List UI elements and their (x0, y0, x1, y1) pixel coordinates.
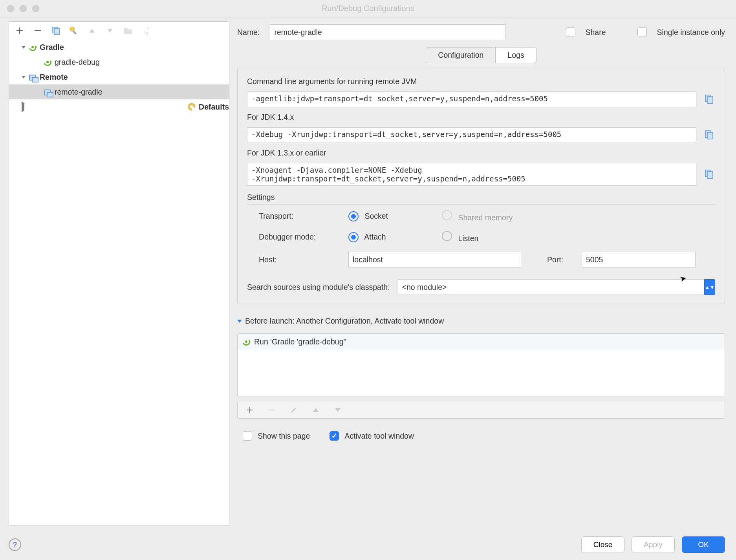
settings-block: Settings Transport: Socket Shared memory (247, 193, 715, 267)
close-window-icon[interactable] (7, 5, 14, 12)
chevron-down-icon (22, 46, 26, 49)
move-down-icon[interactable] (104, 25, 116, 37)
add-task-icon[interactable] (244, 404, 256, 416)
gradle-icon (43, 57, 52, 67)
host-label: Host: (259, 255, 345, 264)
copy-icon[interactable] (704, 94, 715, 105)
before-launch-header[interactable]: Before launch: Another Configuration, Ac… (237, 317, 725, 326)
edit-templates-icon[interactable] (68, 25, 80, 37)
remove-task-icon[interactable] (266, 404, 278, 416)
jdk13-value[interactable]: -Xnoagent -Djava.compiler=NONE -Xdebug -… (247, 163, 696, 186)
tree-node-remote-gradle[interactable]: remote-gradle (9, 84, 229, 99)
edit-task-icon[interactable] (288, 404, 300, 416)
single-instance-label: Single instance only (657, 28, 725, 37)
traffic-lights (7, 5, 39, 12)
share-label: Share (586, 28, 606, 37)
single-instance-checkbox[interactable] (637, 27, 647, 37)
add-configuration-icon[interactable] (14, 25, 26, 37)
mode-listen-label: Listen (458, 234, 478, 243)
chevron-down-icon (22, 76, 26, 79)
activate-tool-window-checkbox[interactable] (330, 431, 339, 441)
window-title: Run/Debug Configurations (0, 4, 736, 13)
chevron-right-icon (22, 101, 185, 112)
apply-button[interactable]: Apply (632, 536, 675, 553)
copy-icon[interactable] (704, 130, 715, 141)
mode-listen-radio[interactable] (442, 231, 452, 241)
right-panel: Name: Share Single instance only Configu… (234, 17, 736, 533)
host-input[interactable] (348, 252, 521, 267)
name-label: Name: (237, 28, 260, 37)
minimize-window-icon[interactable] (20, 5, 27, 12)
configuration-panel: Command line arguments for running remot… (237, 69, 725, 304)
jdk13-label: For JDK 1.3.x or earlier (247, 148, 715, 157)
tree-label: Remote (40, 73, 68, 82)
cmdline-value[interactable]: -agentlib:jdwp=transport=dt_socket,serve… (247, 92, 696, 107)
tab-configuration[interactable]: Configuration (426, 47, 496, 63)
transport-socket-label: Socket (364, 212, 388, 220)
remove-configuration-icon[interactable] (32, 25, 44, 37)
transport-socket-radio[interactable] (348, 211, 359, 221)
before-launch-toolbar (237, 402, 725, 419)
ok-button[interactable]: OK (682, 536, 725, 553)
close-button[interactable]: Close (581, 536, 624, 553)
mode-label: Debugger mode: (259, 232, 345, 242)
help-icon[interactable]: ? (9, 538, 21, 551)
wrench-icon (187, 102, 196, 112)
show-this-page-label: Show this page (258, 432, 310, 441)
jdk14-label: For JDK 1.4.x (247, 113, 715, 122)
copy-icon[interactable] (704, 169, 715, 180)
transport-shared-label: Shared memory (458, 213, 513, 222)
gradle-icon (28, 42, 37, 52)
bottom-checks: Show this page Activate tool window (237, 431, 725, 441)
dialog-footer: ? Close Apply OK (0, 533, 736, 560)
tree-label: remote-gradle (55, 88, 102, 97)
tree-node-defaults[interactable]: Defaults (9, 99, 229, 114)
tab-bar: Configuration Logs (237, 47, 725, 63)
svg-rect-7 (707, 132, 713, 139)
svg-point-2 (70, 27, 75, 31)
activate-tool-window-label: Activate tool window (344, 432, 414, 441)
before-launch-list: Run 'Gradle 'gradle-debug'' (237, 333, 725, 396)
svg-rect-5 (707, 97, 713, 103)
caret-updown-icon (704, 279, 715, 295)
tree-node-remote[interactable]: Remote (9, 70, 229, 84)
share-checkbox[interactable] (566, 27, 575, 37)
copy-configuration-icon[interactable] (50, 25, 62, 37)
remote-icon (43, 87, 52, 97)
transport-label: Transport: (259, 212, 345, 221)
svg-rect-1 (54, 29, 59, 35)
port-input[interactable] (582, 252, 696, 267)
configurations-sidebar: ↓az Gradle gradle-debug Remote (9, 21, 229, 525)
tree-label: gradle-debug (55, 58, 100, 67)
module-select-input[interactable]: <no module> (398, 279, 715, 295)
folder-icon[interactable] (122, 25, 134, 37)
tree-node-gradle[interactable]: Gradle (9, 40, 229, 55)
move-up-icon[interactable] (86, 25, 98, 37)
tree-label: Gradle (40, 43, 64, 52)
search-sources-label: Search sources using module's classpath: (247, 283, 390, 292)
name-input[interactable] (270, 24, 505, 40)
move-task-down-icon[interactable] (332, 404, 344, 416)
sort-az-icon[interactable]: ↓az (140, 25, 152, 37)
tree-node-gradle-debug[interactable]: gradle-debug (9, 55, 229, 70)
svg-rect-3 (73, 31, 77, 35)
before-launch-title: Before launch: Another Configuration, Ac… (245, 317, 444, 326)
svg-rect-9 (707, 172, 713, 178)
port-label: Port: (547, 255, 579, 264)
cmdline-label: Command line arguments for running remot… (247, 77, 715, 86)
mode-attach-radio[interactable] (348, 232, 359, 242)
jdk14-value[interactable]: -Xdebug -Xrunjdwp:transport=dt_socket,se… (247, 127, 696, 143)
maximize-window-icon[interactable] (32, 5, 39, 12)
settings-title: Settings (247, 193, 715, 202)
sidebar-toolbar: ↓az (9, 22, 229, 39)
configurations-tree: Gradle gradle-debug Remote remote-gradle (9, 39, 229, 525)
mode-attach-label: Attach (364, 232, 386, 241)
move-task-up-icon[interactable] (310, 404, 322, 416)
tree-label: Defaults (199, 102, 229, 112)
module-select[interactable]: <no module> (398, 279, 715, 295)
tab-logs[interactable]: Logs (496, 47, 536, 63)
list-item[interactable]: Run 'Gradle 'gradle-debug'' (238, 334, 725, 350)
remote-icon (28, 72, 37, 82)
show-this-page-checkbox[interactable] (243, 431, 252, 441)
before-launch-task: Run 'Gradle 'gradle-debug'' (254, 337, 346, 346)
